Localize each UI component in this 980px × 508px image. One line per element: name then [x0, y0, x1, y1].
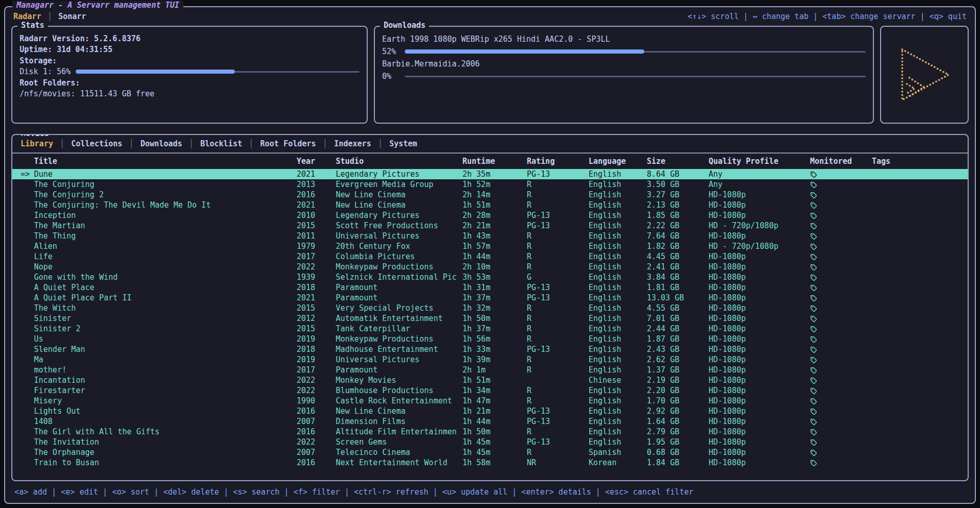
- table-row[interactable]: Ma2019Universal Pictures1h 39mREnglish2.…: [12, 354, 968, 365]
- table-row[interactable]: The Conjuring 22016New Line Cinema2h 14m…: [12, 190, 968, 200]
- table-row[interactable]: The Thing2011Universal Pictures1h 43mREn…: [12, 231, 968, 241]
- table-row[interactable]: The Conjuring2013Evergreen Media Group1h…: [12, 179, 968, 190]
- table-row[interactable]: Sinister2012Automatik Entertainment1h 50…: [12, 313, 968, 324]
- table-row[interactable]: Inception2010Legendary Pictures2h 28mPG-…: [12, 210, 968, 221]
- table-row[interactable]: The Orphanage2007Telecinco Cinema1h 45mR…: [12, 447, 968, 458]
- monitored-tag-icon: [810, 449, 872, 456]
- cell-language: English: [589, 252, 647, 261]
- cell-title: Dune: [34, 170, 297, 179]
- movies-tab-downloads[interactable]: Downloads: [141, 139, 182, 148]
- cell-runtime: 1h 50m: [462, 314, 527, 323]
- cell-size: 3.27 GB: [647, 190, 709, 199]
- cell-size: 2.41 GB: [647, 262, 709, 272]
- download-progress-line: 0%: [382, 70, 866, 82]
- cell-rating: PG-13: [527, 417, 589, 426]
- cell-runtime: 1h 51m: [462, 376, 527, 385]
- table-row[interactable]: =>Dune2021Legendary Pictures2h 35mPG-13E…: [12, 169, 968, 179]
- cell-title: The Conjuring: The Devil Made Me Do It: [34, 200, 297, 210]
- cell-quality-profile: HD-1080p: [709, 211, 810, 220]
- cell-language: English: [589, 273, 647, 282]
- cell-rating: R: [527, 262, 589, 272]
- table-row[interactable]: Firestarter2022Blumhouse Productions1h 3…: [12, 385, 968, 396]
- cell-size: 1.84 GB: [647, 458, 709, 467]
- cell-quality-profile: HD-1080p: [709, 200, 810, 210]
- cell-studio: New Line Cinema: [336, 407, 462, 416]
- table-row[interactable]: Life2017Columbia Pictures1h 44mREnglish4…: [12, 251, 968, 262]
- cell-rating: PG-13: [527, 293, 589, 302]
- cell-title: Sinister 2: [34, 324, 297, 333]
- cell-size: 13.03 GB: [647, 293, 709, 302]
- app-frame: Managarr - A Servarr management TUI Rada…: [4, 6, 976, 504]
- servarr-tab-radarr[interactable]: Radarr: [13, 12, 41, 21]
- monitored-tag-icon: [810, 171, 872, 178]
- radarr-version: Radarr Version: 5.2.6.8376: [20, 33, 359, 44]
- movies-tab-root-folders[interactable]: Root Folders: [260, 139, 316, 148]
- table-row[interactable]: Misery1990Castle Rock Entertainment1h 47…: [12, 396, 968, 406]
- root-folder-info: /nfs/movies: 11511.43 GB free: [20, 89, 359, 100]
- table-row[interactable]: The Girl with All the Gifts2016Altitude …: [12, 427, 968, 437]
- cell-language: English: [589, 221, 647, 230]
- table-row[interactable]: A Quiet Place2018Paramount1h 31mPG-13Eng…: [12, 282, 968, 293]
- monitored-tag-icon: [810, 181, 872, 189]
- cell-language: English: [589, 262, 647, 272]
- table-row[interactable]: The Martian2015Scott Free Productions2h …: [12, 221, 968, 231]
- cell-title: The Witch: [34, 303, 297, 313]
- monitored-tag-icon: [810, 397, 872, 405]
- table-row[interactable]: The Conjuring: The Devil Made Me Do It20…: [12, 200, 968, 210]
- table-row[interactable]: Nope2022Monkeypaw Productions2h 10mREngl…: [12, 262, 968, 272]
- column-header-runtime: Runtime: [462, 157, 527, 166]
- table-row[interactable]: The Witch2015Very Special Projects1h 32m…: [12, 303, 968, 313]
- table-row[interactable]: Slender Man2018Madhouse Entertainment1h …: [12, 344, 968, 354]
- monitored-tag-icon: [810, 428, 872, 436]
- download-item-name: Earth 1998 1080p WEBRip x265 Hindi AAC2.…: [382, 33, 866, 45]
- cell-studio: Universal Pictures: [336, 355, 462, 364]
- cell-rating: R: [527, 386, 589, 395]
- servarr-tab-sonarr[interactable]: Sonarr: [58, 12, 86, 21]
- cell-quality-profile: HD-1080p: [709, 448, 810, 457]
- tab-separator: │: [249, 139, 253, 148]
- cell-runtime: 1h 37m: [462, 293, 527, 302]
- cell-title: The Martian: [34, 221, 297, 230]
- progress-fill: [405, 49, 644, 54]
- table-row[interactable]: Incantation2022Monkey Movies1h 51mChines…: [12, 375, 968, 385]
- table-row[interactable]: Train to Busan2016Next Entertainment Wor…: [12, 458, 968, 468]
- table-row[interactable]: mother!2017Paramount2h 1mREnglish1.37 GB…: [12, 365, 968, 375]
- table-row[interactable]: Lights Out2016New Line Cinema1h 21mPG-13…: [12, 406, 968, 416]
- table-row[interactable]: Gone with the Wind1939Selznick Internati…: [12, 272, 968, 282]
- cell-quality-profile: HD-1080p: [709, 303, 810, 313]
- downloads-panel-title: Downloads: [380, 21, 429, 30]
- table-row[interactable]: 14082007Dimension Films1h 44mPG-13Englis…: [12, 416, 968, 427]
- table-row[interactable]: Sinister 22015Tank Caterpillar1h 37mREng…: [12, 324, 968, 334]
- table-row[interactable]: Us2019Monkeypaw Productions1h 56mREnglis…: [12, 334, 968, 344]
- cell-rating: R: [527, 427, 589, 436]
- table-row[interactable]: The Invitation2022Screen Gems1h 45mPG-13…: [12, 437, 968, 447]
- monitored-tag-icon: [810, 459, 872, 467]
- movies-tab-library[interactable]: Library: [21, 139, 53, 148]
- cell-year: 2007: [297, 448, 336, 457]
- cell-size: 3.84 GB: [647, 273, 709, 282]
- table-row[interactable]: Alien197920th Century Fox1h 57mREnglish1…: [12, 241, 968, 251]
- monitored-tag-icon: [810, 243, 872, 250]
- cell-rating: PG-13: [527, 221, 589, 230]
- table-body: =>Dune2021Legendary Pictures2h 35mPG-13E…: [12, 169, 968, 480]
- movies-tab-indexers[interactable]: Indexers: [334, 139, 371, 148]
- cell-title: Incantation: [34, 376, 297, 385]
- bottom-help-bar: <a> add | <e> edit | <o> sort | <del> de…: [5, 481, 975, 503]
- cell-title: Slender Man: [34, 345, 297, 354]
- cell-studio: Screen Gems: [336, 437, 462, 447]
- cell-title: Nope: [34, 262, 297, 272]
- movies-panel-title: Movies: [18, 134, 53, 138]
- movies-tab-system[interactable]: System: [389, 139, 417, 148]
- cell-studio: Castle Rock Entertainment: [336, 396, 462, 405]
- cell-size: 2.19 GB: [647, 376, 709, 385]
- cell-size: 2.43 GB: [647, 345, 709, 354]
- cell-year: 2019: [297, 355, 336, 364]
- table-row[interactable]: A Quiet Place Part II2021Paramount1h 37m…: [12, 293, 968, 303]
- cell-language: English: [589, 334, 647, 344]
- movies-tab-collections[interactable]: Collections: [71, 139, 122, 148]
- cell-year: 2015: [297, 221, 336, 230]
- tab-separator: │: [47, 12, 52, 21]
- cell-title: Misery: [34, 396, 297, 405]
- cell-quality-profile: HD-1080p: [709, 314, 810, 323]
- movies-tab-blocklist[interactable]: Blocklist: [200, 139, 242, 148]
